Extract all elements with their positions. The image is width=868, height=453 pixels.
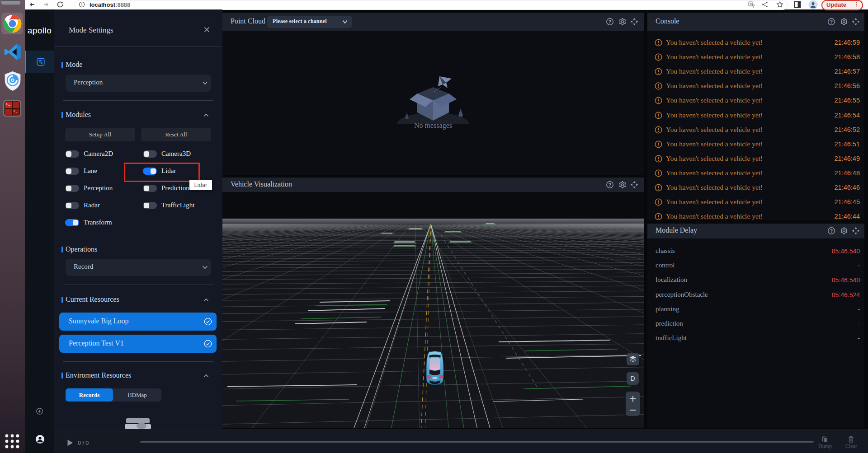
svg-text:?: ? xyxy=(830,19,833,24)
svg-text:?: ? xyxy=(830,228,833,234)
svg-text:?: ? xyxy=(609,19,611,24)
svg-text:?: ? xyxy=(609,182,611,187)
